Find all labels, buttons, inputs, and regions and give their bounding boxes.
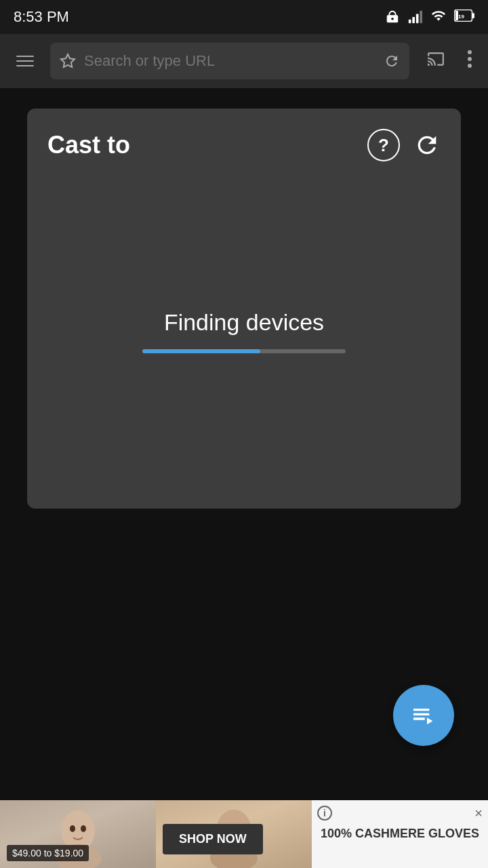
signal-icon [407,9,423,24]
svg-rect-2 [416,14,419,23]
menu-button[interactable] [11,50,39,72]
cast-dialog: Cast to ? Finding devices [27,108,461,509]
shop-now-button[interactable]: SHOP NOW [163,824,263,854]
address-bar[interactable] [50,43,409,79]
progress-bar-container [142,349,346,353]
finding-devices-area: Finding devices [47,175,441,487]
ad-price-tag: $49.00 to $19.00 [7,845,89,861]
status-time: 8:53 PM [14,8,69,26]
wifi-icon [430,9,447,24]
finding-devices-text: Finding devices [164,309,324,336]
refresh-cast-button[interactable] [413,132,441,159]
ad-text-content: 100% CASHMERE GLOVES [321,826,479,842]
ad-text-area: i × 100% CASHMERE GLOVES [312,800,488,868]
alarm-icon [385,9,400,24]
progress-bar-fill [142,349,260,353]
bookmark-icon [60,53,76,69]
main-content: Cast to ? Finding devices [0,88,488,868]
svg-text:19: 19 [458,14,464,20]
cast-title: Cast to [47,131,130,159]
cast-header-actions: ? [367,129,441,161]
status-icons: 19 [385,9,474,25]
battery-icon: 19 [454,9,474,25]
ad-image-area: $49.00 to $19.00 SHOP NOW [0,800,312,868]
svg-point-9 [468,50,472,54]
svg-rect-5 [472,13,474,18]
svg-point-14 [70,825,75,832]
browser-toolbar [0,34,488,88]
ad-info-icon[interactable]: i [317,806,332,821]
search-input[interactable] [84,52,375,70]
playlist-fab-button[interactable] [393,685,454,746]
svg-point-10 [468,57,472,61]
svg-rect-1 [412,17,415,23]
help-button[interactable]: ? [367,129,400,161]
svg-point-11 [468,64,472,68]
svg-rect-3 [420,11,422,23]
svg-point-15 [81,825,86,832]
playlist-icon [410,702,437,729]
refresh-icon[interactable] [384,53,400,69]
cast-dialog-header: Cast to ? [47,129,441,161]
svg-rect-0 [409,20,411,23]
more-options-button[interactable] [462,45,477,78]
status-bar: 8:53 PM 19 [0,0,488,34]
ad-close-button[interactable]: × [474,806,483,821]
ad-banner: $49.00 to $19.00 SHOP NOW i × 100% CASHM… [0,800,488,868]
cast-button[interactable] [420,45,451,78]
svg-marker-8 [61,54,75,67]
